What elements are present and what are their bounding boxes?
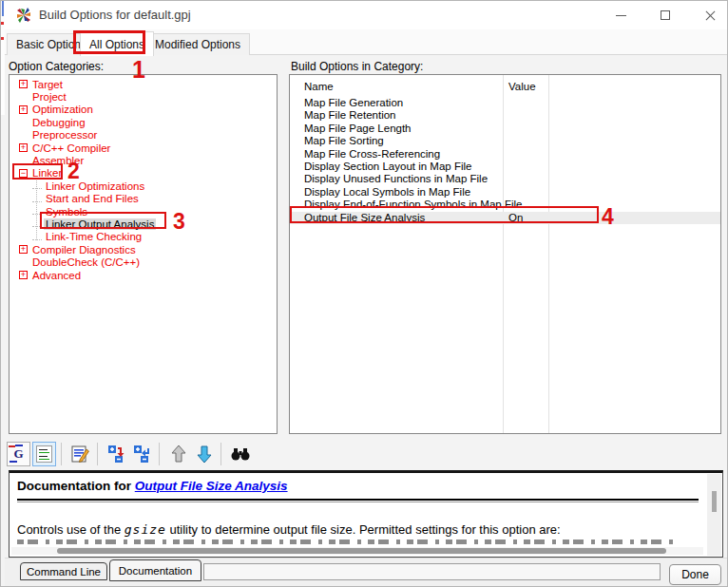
doc-code: gsize: [125, 522, 166, 537]
list-row-output-file-size-analysis[interactable]: Output File Size AnalysisOn: [290, 212, 720, 224]
list-row[interactable]: Map File Sorting: [290, 135, 720, 147]
list-header: Name Value: [290, 81, 720, 94]
tab-all-options[interactable]: All Options: [80, 31, 154, 56]
tab-modified-options[interactable]: Modified Options: [145, 33, 250, 55]
expand-all-icon: [107, 445, 126, 464]
option-categories-tree: +Target Project +Optimization Debugging …: [9, 74, 278, 434]
option-doc-link[interactable]: Output File Size Analysis: [135, 479, 288, 493]
list-row[interactable]: Map File Retention: [290, 109, 720, 122]
tree-item-label: Assembler: [30, 155, 86, 166]
tree-item-label: Compiler Diagnostics: [30, 244, 138, 256]
option-g-toggle-button[interactable]: G: [7, 442, 30, 466]
option-name: Display Unused Functions in Map File: [304, 173, 488, 184]
option-name: Map File Cross-Referencing: [304, 148, 440, 160]
list-row[interactable]: Map File Cross-Referencing: [290, 148, 720, 161]
tree-item-start-and-end-files[interactable]: Start and End Files: [10, 193, 277, 205]
tree-item-optimization[interactable]: +Optimization: [10, 104, 277, 116]
collapse-icon[interactable]: −: [19, 169, 28, 178]
find-button[interactable]: [228, 442, 252, 466]
documentation-content: Documentation for Output File Size Analy…: [10, 473, 706, 557]
documentation-panel: Documentation for Output File Size Analy…: [9, 470, 723, 558]
expand-icon[interactable]: +: [19, 143, 28, 152]
list-row[interactable]: Display Section Layout in Map File: [290, 161, 720, 173]
list-row[interactable]: Display End-of-Function Symbols in Map F…: [290, 199, 720, 211]
build-options-label: Build Options in Category:: [291, 60, 423, 73]
status-field[interactable]: [203, 563, 661, 580]
option-name: Output File Size Analysis: [304, 212, 425, 223]
tree-item-compiler[interactable]: +C/C++ Compiler: [10, 142, 277, 154]
options-toolbar: G: [5, 439, 727, 469]
doc-vertical-scroll-thumb[interactable]: [712, 491, 717, 512]
tree-item-linker[interactable]: −Linker: [10, 167, 277, 180]
show-option-flags-icon: G: [13, 449, 23, 459]
documentation-heading: Documentation for Output File Size Analy…: [17, 479, 699, 493]
tree-item-label: Debugging: [30, 117, 87, 128]
tree-connector-line: [36, 178, 37, 240]
list-row[interactable]: Display Local Symbols in Map File: [290, 186, 720, 199]
tree-connector: [32, 208, 42, 215]
tree-item-assembler[interactable]: Assembler: [10, 154, 277, 166]
list-row[interactable]: Map File Page Length: [290, 123, 720, 135]
close-button[interactable]: [689, 1, 728, 29]
tree-item-compiler-diagnostics[interactable]: +Compiler Diagnostics: [10, 243, 277, 256]
list-row[interactable]: Map File Generation: [290, 97, 720, 109]
option-value: On: [508, 212, 523, 223]
build-options-list: Name Value Map File Generation Map File …: [289, 74, 721, 434]
tree-item-linker-optimizations[interactable]: Linker Optimizations: [10, 180, 277, 192]
collapse-all-button[interactable]: [130, 442, 154, 466]
option-descriptions-toggle-button[interactable]: [32, 442, 56, 466]
minimize-icon: [616, 15, 626, 16]
command-line-tab-button[interactable]: Command Line: [20, 562, 107, 580]
doc-horizontal-scrollbar[interactable]: [11, 547, 703, 555]
tab-label: Command Line: [27, 566, 101, 578]
doc-vertical-scrollbar[interactable]: [707, 474, 721, 556]
minimize-button[interactable]: [600, 1, 642, 29]
tree-item-label: Link-Time Checking: [44, 231, 144, 242]
collapse-all-icon: [133, 445, 152, 464]
move-up-button[interactable]: [166, 442, 190, 466]
documentation-body: Controls use of the gsize utility to det…: [17, 522, 699, 537]
tree-item-label: Symbols: [44, 206, 89, 218]
toolbar-separator: [220, 443, 221, 465]
tree-connector: [32, 234, 42, 240]
background-window-text-fragment: [1, 22, 4, 25]
doc-horizontal-scroll-thumb[interactable]: [57, 548, 666, 554]
move-down-button[interactable]: [192, 442, 216, 466]
tree-item-doublecheck[interactable]: DoubleCheck (C/C++): [10, 256, 277, 268]
tree-item-label: Project: [30, 91, 68, 103]
background-window-border: [2, 1, 4, 16]
title-bar: Build Options for default.gpj: [5, 1, 727, 29]
tree-item-symbols[interactable]: Symbols: [10, 205, 277, 218]
tree-connector: [32, 182, 42, 189]
multi-pinwheel-icon: [16, 8, 31, 23]
close-icon: [705, 10, 716, 21]
tree-item-linker-output-analysis[interactable]: Linker Output Analysis: [10, 218, 277, 230]
expand-all-button[interactable]: [105, 442, 128, 466]
tree-item-target[interactable]: +Target: [10, 78, 277, 90]
tab-label: Documentation: [119, 565, 192, 577]
bottom-bar: Command Line Documentation Done: [5, 558, 727, 586]
column-header-value[interactable]: Value: [508, 81, 536, 92]
tree-item-debugging[interactable]: Debugging: [10, 116, 277, 128]
tree-item-label: Linker Output Analysis: [44, 218, 156, 230]
expand-icon[interactable]: +: [19, 80, 28, 88]
column-header-name[interactable]: Name: [304, 81, 334, 92]
tree-item-project[interactable]: Project: [10, 90, 277, 103]
maximize-button[interactable]: [644, 1, 686, 29]
tree-item-link-time-checking[interactable]: Link-Time Checking: [10, 231, 277, 243]
expand-icon[interactable]: +: [19, 271, 28, 279]
tree-item-label: C/C++ Compiler: [30, 142, 112, 154]
tree-item-advanced[interactable]: +Advanced: [10, 269, 277, 281]
toolbar-separator: [61, 443, 62, 465]
done-label: Done: [681, 568, 709, 581]
documentation-tab-button[interactable]: Documentation: [109, 559, 201, 581]
list-row[interactable]: Display Unused Functions in Map File: [290, 173, 720, 185]
edit-option-button[interactable]: [68, 442, 92, 466]
tree-item-preprocessor[interactable]: Preprocessor: [10, 129, 277, 142]
done-button[interactable]: Done: [669, 564, 721, 585]
background-window-text-fragment: [1, 37, 4, 40]
tree-item-label: Target: [30, 79, 65, 90]
tree-connector: [32, 220, 42, 227]
expand-icon[interactable]: +: [19, 245, 28, 254]
expand-icon[interactable]: +: [19, 105, 28, 114]
